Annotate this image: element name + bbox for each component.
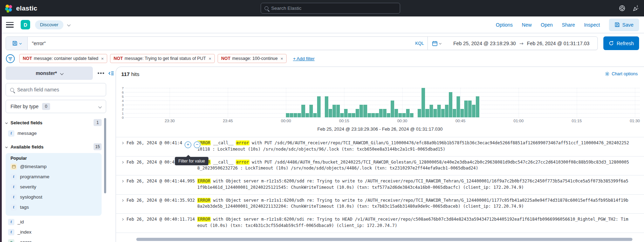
save-icon	[615, 22, 620, 27]
breadcrumb[interactable]: Discover	[35, 20, 63, 29]
chart-x-tick-label: 01:30	[630, 119, 640, 123]
filter-by-type[interactable]: Filter by type 0	[6, 100, 106, 113]
global-search[interactable]	[261, 3, 400, 14]
refresh-button[interactable]: Refresh	[603, 36, 639, 50]
filter-for-value-icon[interactable]: +	[185, 141, 191, 148]
remove-filter-icon[interactable]: ×	[209, 56, 212, 61]
field-search-input[interactable]	[17, 87, 102, 92]
field-item-message[interactable]: tmessage	[6, 128, 114, 138]
row-message: ERROR with Object server m-r1z1s1:6200/s…	[197, 198, 641, 210]
nav-link-share[interactable]: Share	[562, 22, 575, 28]
date-range-arrow: →	[519, 41, 523, 46]
data-view-picker[interactable]: monster*	[6, 67, 93, 80]
date-from[interactable]: Feb 25, 2024 @ 23:18:29.30	[453, 41, 516, 46]
save-button[interactable]: Save	[609, 19, 639, 31]
filter-pill[interactable]: NOTmessage: container update failed×	[19, 54, 107, 63]
histogram-bar	[406, 109, 410, 117]
chart-gridline	[125, 117, 640, 118]
field-list-options-icon[interactable]	[98, 72, 104, 74]
chart-x-axis: 23:3023:4500:0000:1500:3000:4501:0001:15…	[125, 119, 640, 124]
filter-set-menu-icon[interactable]	[6, 54, 15, 63]
row-message: ERROR with Object server m-r1z1s8:6200/s…	[197, 216, 641, 229]
field-item-severity[interactable]: tseverity	[8, 182, 102, 192]
date-quick-menu-button[interactable]	[428, 37, 445, 50]
saved-query-menu-button[interactable]	[6, 37, 28, 50]
news-icon[interactable]	[632, 5, 639, 12]
field-search[interactable]	[6, 83, 106, 96]
filter-negate-label: NOT	[23, 56, 32, 61]
date-to[interactable]: Feb 26, 2024 @ 01:31:17.03	[527, 41, 589, 46]
text-field-icon: t	[8, 229, 14, 235]
expand-row-icon[interactable]	[121, 142, 124, 144]
tooltip-label: Filter for value	[178, 159, 205, 164]
chart-gridline	[125, 96, 640, 97]
histogram-bar	[433, 109, 437, 117]
row-message: ERROR __call__ error with PUT /sdd/4486/…	[197, 159, 641, 172]
expand-row-icon[interactable]	[121, 180, 124, 182]
sidebar-scrollbar[interactable]	[104, 118, 106, 193]
chart-y-tick-label: 2	[117, 107, 124, 111]
histogram-bar	[445, 105, 448, 117]
histogram-bar	[437, 105, 441, 117]
histogram-bar	[329, 109, 332, 117]
chart-y-tick-label: 6	[117, 90, 124, 94]
chart-gridline	[635, 88, 635, 117]
chart-x-tick-label: 23:30	[165, 119, 175, 123]
chart-y-tick-label: 4	[117, 99, 124, 103]
elastic-logo[interactable]: elastic	[4, 4, 37, 13]
field-name: _index	[18, 229, 32, 235]
expand-row-icon[interactable]	[121, 218, 124, 221]
expand-row-icon[interactable]	[121, 199, 124, 202]
filter-pill[interactable]: NOTmessage: 100-continue×	[218, 54, 287, 63]
histogram-bar	[363, 105, 367, 117]
histogram-bar	[306, 113, 309, 117]
field-item-_score[interactable]: #_score	[6, 237, 114, 242]
table-horizontal-scrollbar[interactable]	[136, 238, 632, 241]
histogram-chart[interactable]	[125, 88, 640, 117]
menu-icon[interactable]	[6, 22, 14, 28]
collapse-sidebar-icon[interactable]	[108, 70, 114, 76]
chart-gridline	[125, 92, 640, 92]
field-item-_index[interactable]: t_index	[6, 227, 114, 237]
breadcrumb-chevron-icon[interactable]	[67, 23, 70, 27]
available-fields-header[interactable]: Available fields 15	[6, 143, 102, 150]
filter-out-value-icon[interactable]: −	[194, 141, 200, 148]
chart-x-tick-label: 00:45	[455, 119, 466, 123]
help-icon[interactable]	[619, 5, 625, 12]
chart-gridline	[519, 88, 519, 117]
histogram-bar	[457, 96, 460, 117]
nav-link-options[interactable]: Options	[496, 22, 513, 28]
field-item-tags[interactable]: ttags	[8, 202, 102, 212]
field-item-sysloghost[interactable]: tsysloghost	[8, 192, 102, 202]
filter-for-value-tooltip: Filter for value	[175, 157, 208, 165]
field-item-@timestamp[interactable]: @timestamp	[8, 161, 102, 172]
histogram-bar	[430, 105, 433, 117]
nav-link-open[interactable]: Open	[541, 22, 553, 28]
histogram-bar	[395, 109, 398, 117]
chart-y-tick-label: 3	[117, 103, 124, 107]
popular-fields-group: Popular @timestamptprogramnametseverityt…	[6, 153, 102, 216]
nav-link-inspect[interactable]: Inspect	[584, 22, 600, 28]
query-input[interactable]	[32, 41, 407, 46]
chart-options-button[interactable]: Chart options	[605, 71, 638, 76]
expand-row-icon[interactable]	[121, 161, 124, 164]
chart-gridline	[228, 88, 228, 117]
field-item-programname[interactable]: tprogramname	[8, 172, 102, 182]
date-field-icon	[11, 164, 17, 170]
field-name: programname	[20, 174, 49, 179]
text-field-icon: t	[11, 194, 17, 200]
global-search-input[interactable]	[271, 6, 396, 11]
selected-fields-header[interactable]: Selected fields 1	[6, 119, 102, 126]
field-item-_id[interactable]: t_id	[6, 217, 114, 227]
add-filter-button[interactable]: + Add filter	[293, 56, 315, 61]
remove-filter-icon[interactable]: ×	[101, 56, 104, 61]
query-language-button[interactable]: KQL	[412, 41, 427, 46]
filter-by-type-label: Filter by type	[11, 104, 39, 109]
field-name: severity	[20, 184, 36, 189]
histogram-bar	[371, 113, 375, 117]
app-badge[interactable]: D	[21, 20, 30, 29]
nav-link-new[interactable]: New	[522, 22, 532, 28]
chart-gridline	[125, 105, 640, 105]
remove-filter-icon[interactable]: ×	[281, 56, 283, 61]
filter-pill[interactable]: NOTmessage: Trying to get final status o…	[110, 54, 215, 63]
